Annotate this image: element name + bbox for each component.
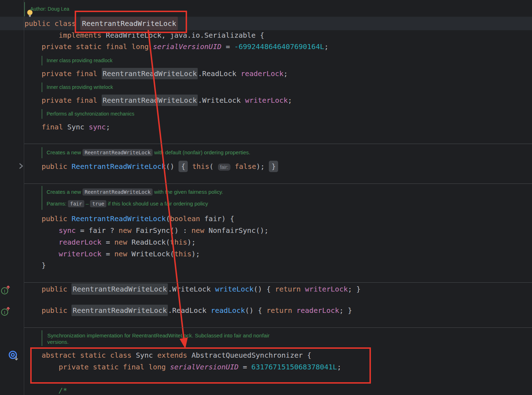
- token: =: [222, 42, 234, 51]
- parameter-name-hint: fair:: [218, 164, 230, 171]
- inline-code-chip: fair: [68, 200, 84, 207]
- token: private final: [42, 96, 102, 105]
- token: Inner class providing readlock: [47, 58, 112, 63]
- token: =: [239, 363, 251, 371]
- code-line-readlock-method[interactable]: public ReentrantReadWriteLock.ReadLock r…: [42, 304, 352, 316]
- code-line-comment-open[interactable]: /*: [59, 384, 67, 395]
- code-line-sync-class[interactable]: abstract static class Sync extends Abstr…: [42, 349, 312, 361]
- token: public class: [25, 19, 80, 28]
- code-line-writerlock-assign[interactable]: writerLock = new WriteLock(this);: [59, 248, 200, 260]
- doc-sync-field: Performs all synchronization mechanics: [47, 110, 134, 117]
- token: this: [170, 238, 187, 246]
- token: ReadLock(: [132, 238, 170, 246]
- code-line-sync-field[interactable]: final Sync sync;: [42, 121, 110, 133]
- token: ;: [324, 42, 329, 51]
- doc-sync-class-line2: versions.: [47, 338, 69, 346]
- token: WriteLock(: [132, 250, 174, 258]
- highlighted-identifier: ReentrantReadWriteLock: [102, 95, 198, 106]
- doc-comment-bar: [42, 147, 42, 158]
- token: (: [209, 162, 218, 171]
- token: Synchronization implementation for Reent…: [47, 332, 270, 338]
- token: serialVersionUID: [153, 42, 222, 51]
- code-line-writelock-method[interactable]: public ReentrantReadWriteLock.WriteLock …: [42, 283, 361, 295]
- token: readerLock: [59, 238, 101, 246]
- token: ReentrantReadWriteLock: [71, 162, 166, 171]
- token: );: [256, 162, 269, 171]
- token: return: [266, 306, 296, 315]
- implement-method-up-icon[interactable]: I: [1, 306, 11, 317]
- folded-brace-chip[interactable]: {: [179, 161, 188, 172]
- token: Sync: [67, 123, 89, 131]
- token: this: [174, 250, 191, 258]
- token: new: [115, 238, 132, 246]
- token: }: [42, 261, 46, 269]
- token: Creates a new: [47, 149, 83, 155]
- token: .WriteLock: [198, 96, 245, 105]
- code-line-ctor-fair-signature[interactable]: public ReentrantReadWriteLock(boolean fa…: [42, 213, 234, 225]
- token: if this lock should use a fair ordering …: [106, 201, 208, 207]
- token: = fair ?: [76, 226, 118, 235]
- doc-comment-bar: [24, 2, 25, 16]
- token: readLock: [211, 306, 245, 315]
- token: public: [42, 162, 71, 171]
- token: sync: [89, 123, 106, 131]
- doc-ctor-fair-params: Params: fair – true if this lock should …: [47, 200, 208, 208]
- doc-author: Author: Doug Lea: [30, 5, 69, 12]
- code-line-sync-serialversionuid[interactable]: private static final long serialVersionU…: [59, 361, 341, 373]
- token: fair: [204, 214, 222, 223]
- highlighted-identifier: ReentrantReadWriteLock: [80, 17, 178, 30]
- method-separator: [24, 183, 532, 184]
- doc-ctor-fair: Creates a new ReentrantReadWriteLock wit…: [47, 188, 223, 196]
- code-line-implements[interactable]: implements ReadWriteLock, java.io.Serial…: [59, 29, 264, 41]
- token: ; }: [339, 306, 352, 315]
- token: /*: [59, 386, 67, 395]
- token: Creates a new: [47, 189, 83, 195]
- method-separator: [24, 282, 532, 283]
- token: private final: [42, 69, 102, 78]
- folded-brace-chip[interactable]: }: [269, 161, 278, 172]
- token: .ReadLock: [168, 306, 211, 315]
- fold-chevron-icon[interactable]: [17, 162, 25, 170]
- token: private static final long: [42, 42, 153, 51]
- token: 6317671515068378041L: [251, 363, 337, 371]
- token: false: [235, 162, 256, 171]
- token: this: [192, 162, 209, 171]
- token: readerLock: [296, 306, 339, 315]
- token: Author: Doug Lea: [30, 6, 69, 12]
- token: abstract static class: [42, 351, 136, 359]
- token: () {: [245, 306, 266, 315]
- subclassed-down-icon[interactable]: [9, 351, 19, 362]
- token: =: [101, 238, 114, 246]
- svg-text:I: I: [4, 288, 5, 294]
- token: –: [84, 201, 90, 207]
- code-line-serialversionuid[interactable]: private static final long serialVersionU…: [42, 41, 329, 53]
- token: Params:: [47, 201, 68, 207]
- inline-code-chip: ReentrantReadWriteLock: [83, 188, 153, 196]
- token: FairSync() :: [136, 226, 192, 235]
- token: with the given fairness policy.: [153, 189, 223, 195]
- token: writerLock: [305, 285, 348, 293]
- token: writeLock: [215, 285, 254, 293]
- implement-method-up-icon[interactable]: I: [1, 285, 11, 295]
- token: versions.: [47, 339, 69, 345]
- code-line-ctor-close[interactable]: }: [42, 259, 46, 271]
- token: AbstractQueuedSynchronizer {: [191, 351, 311, 359]
- token: writerLock: [245, 96, 288, 105]
- token: NonfairSync();: [208, 226, 268, 235]
- inline-code-chip: true: [90, 200, 106, 207]
- code-line-readerlock-field[interactable]: private final ReentrantReadWriteLock.Rea…: [42, 68, 288, 80]
- token: );: [187, 238, 196, 246]
- code-line-ctor-default[interactable]: public ReentrantReadWriteLock() { this( …: [42, 160, 278, 172]
- code-line-readerlock-assign[interactable]: readerLock = new ReadLock(this);: [59, 236, 196, 248]
- token: [188, 162, 192, 171]
- token: public: [42, 306, 71, 315]
- token: sync: [59, 226, 76, 235]
- token: Sync: [136, 351, 157, 359]
- token: public: [42, 285, 71, 293]
- token: ) {: [222, 214, 234, 223]
- method-separator: [24, 327, 532, 328]
- code-line-writerlock-field[interactable]: private final ReentrantReadWriteLock.Wri…: [42, 94, 292, 106]
- code-line-sync-assign[interactable]: sync = fair ? new FairSync() : new Nonfa…: [59, 224, 268, 236]
- code-line-class-declaration[interactable]: public class ReentrantReadWriteLock: [25, 17, 178, 30]
- token: () {: [254, 285, 275, 293]
